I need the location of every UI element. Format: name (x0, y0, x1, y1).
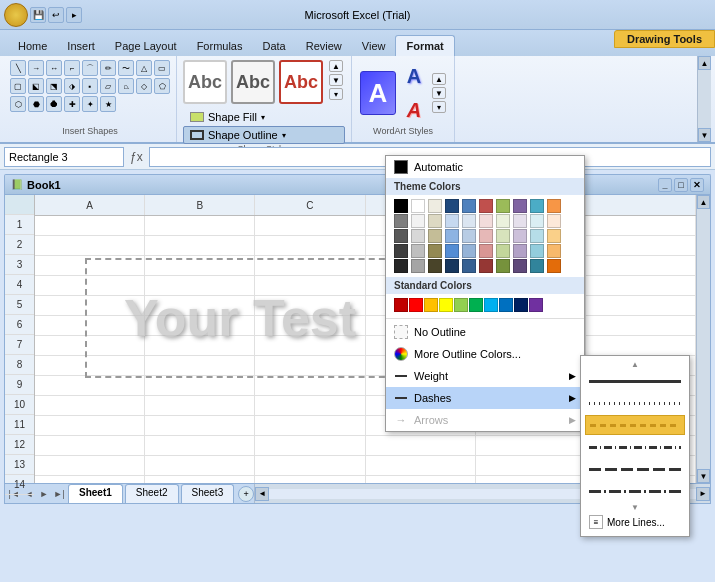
shape-extra1[interactable]: △ (136, 60, 152, 76)
more-colors-item[interactable]: More Outline Colors... (386, 343, 584, 365)
tab-format[interactable]: Format (395, 35, 454, 56)
sheet-tab-2[interactable]: Sheet2 (125, 484, 179, 503)
tab-home[interactable]: Home (8, 36, 57, 56)
weight-item[interactable]: Weight ▶ (386, 365, 584, 387)
theme-color-cell[interactable] (394, 229, 408, 243)
standard-color-cell[interactable] (409, 298, 423, 312)
shape-dbl-arrow[interactable]: ↔ (46, 60, 62, 76)
theme-color-cell[interactable] (445, 244, 459, 258)
theme-color-cell[interactable] (411, 259, 425, 273)
shape-line[interactable]: ╲ (10, 60, 26, 76)
theme-color-cell[interactable] (445, 259, 459, 273)
theme-color-cell[interactable] (462, 199, 476, 213)
cell-c1[interactable] (255, 216, 365, 236)
theme-color-cell[interactable] (428, 259, 442, 273)
shape-corner[interactable]: ⌐ (64, 60, 80, 76)
shape-penta[interactable]: ⬠ (154, 78, 170, 94)
theme-color-cell[interactable] (394, 214, 408, 228)
dash-dashed[interactable] (585, 415, 685, 435)
shape-star4[interactable]: ✦ (82, 96, 98, 112)
theme-color-cell[interactable] (547, 199, 561, 213)
cell-c10[interactable] (255, 396, 365, 416)
theme-color-cell[interactable] (394, 199, 408, 213)
theme-color-cell[interactable] (445, 214, 459, 228)
cell-e12[interactable] (476, 436, 586, 456)
dashes-scroll-down-arrow[interactable]: ▼ (631, 503, 639, 512)
wb-restore[interactable]: □ (674, 178, 688, 192)
theme-color-cell[interactable] (411, 229, 425, 243)
standard-color-cell[interactable] (394, 298, 408, 312)
standard-color-cell[interactable] (424, 298, 438, 312)
shape-star5[interactable]: ★ (100, 96, 116, 112)
shape-plaque[interactable]: ▪ (82, 78, 98, 94)
shape-snip[interactable]: ⬕ (28, 78, 44, 94)
style-scroll-down[interactable]: ▼ (329, 74, 343, 86)
sheet-tab-3[interactable]: Sheet3 (181, 484, 235, 503)
shape-free[interactable]: ✏ (100, 60, 116, 76)
vscroll-up-btn[interactable]: ▲ (697, 195, 710, 209)
shape-arrow[interactable]: → (28, 60, 44, 76)
theme-color-cell[interactable] (547, 259, 561, 273)
cell-c13[interactable] (255, 456, 365, 476)
arrows-item[interactable]: → Arrows ▶ (386, 409, 584, 431)
theme-color-cell[interactable] (462, 244, 476, 258)
shape-octa[interactable]: ⯃ (46, 96, 62, 112)
standard-color-cell[interactable] (499, 298, 513, 312)
dashes-item[interactable]: Dashes ▶ (386, 387, 584, 409)
shape-outline-btn[interactable]: Shape Outline ▾ (183, 126, 345, 144)
tab-data[interactable]: Data (252, 36, 295, 56)
vscroll-down-btn[interactable]: ▼ (697, 469, 710, 483)
ribbon-scroll-up[interactable]: ▲ (698, 56, 711, 70)
theme-color-cell[interactable] (513, 199, 527, 213)
cell-e13[interactable] (476, 456, 586, 476)
theme-color-cell[interactable] (496, 244, 510, 258)
name-box[interactable]: Rectangle 3 (4, 147, 124, 167)
shape-plus[interactable]: ✚ (64, 96, 80, 112)
theme-color-cell[interactable] (530, 259, 544, 273)
cell-f7[interactable] (586, 336, 696, 356)
shape-para[interactable]: ▱ (100, 78, 116, 94)
dash-dashdot[interactable] (585, 437, 685, 457)
theme-color-cell[interactable] (496, 214, 510, 228)
sheet-tab-1[interactable]: Sheet1 (68, 484, 123, 503)
theme-color-cell[interactable] (479, 229, 493, 243)
dashes-scroll-up-arrow[interactable]: ▲ (631, 360, 639, 369)
style-scroll-up[interactable]: ▲ (329, 60, 343, 72)
shape-curve[interactable]: ⌒ (82, 60, 98, 76)
sheet-next-btn[interactable]: ► (37, 487, 51, 501)
theme-color-cell[interactable] (547, 244, 561, 258)
wordart-scroll-down[interactable]: ▼ (432, 87, 446, 99)
theme-color-cell[interactable] (530, 244, 544, 258)
standard-color-cell[interactable] (484, 298, 498, 312)
theme-color-cell[interactable] (530, 214, 544, 228)
no-outline-item[interactable]: No Outline (386, 321, 584, 343)
theme-color-cell[interactable] (513, 229, 527, 243)
theme-color-cell[interactable] (462, 259, 476, 273)
cell-a2[interactable] (35, 236, 145, 256)
cell-c9[interactable] (255, 376, 365, 396)
ribbon-scroll-down[interactable]: ▼ (698, 128, 711, 142)
cell-c11[interactable] (255, 416, 365, 436)
cell-a1[interactable] (35, 216, 145, 236)
theme-color-cell[interactable] (547, 214, 561, 228)
theme-color-cell[interactable] (479, 199, 493, 213)
theme-color-cell[interactable] (411, 214, 425, 228)
ribbon-scrollbar[interactable]: ▲ ▼ (697, 56, 711, 142)
cell-b12[interactable] (145, 436, 255, 456)
dash-longdash[interactable] (585, 459, 685, 479)
undo-btn[interactable]: ↩ (48, 7, 64, 23)
dash-longdashdot[interactable] (585, 481, 685, 501)
insert-sheet-btn[interactable]: + (238, 486, 254, 502)
theme-color-cell[interactable] (428, 199, 442, 213)
shape-scribble[interactable]: 〜 (118, 60, 134, 76)
cell-c2[interactable] (255, 236, 365, 256)
theme-color-cell[interactable] (411, 199, 425, 213)
cell-d12[interactable] (366, 436, 476, 456)
theme-color-cell[interactable] (445, 199, 459, 213)
theme-color-cell[interactable] (496, 259, 510, 273)
theme-color-cell[interactable] (547, 229, 561, 243)
style-scroll-more[interactable]: ▾ (329, 88, 343, 100)
auto-color-item[interactable]: Automatic (386, 156, 584, 178)
cell-e14[interactable] (476, 476, 586, 483)
dash-solid[interactable] (585, 371, 685, 391)
